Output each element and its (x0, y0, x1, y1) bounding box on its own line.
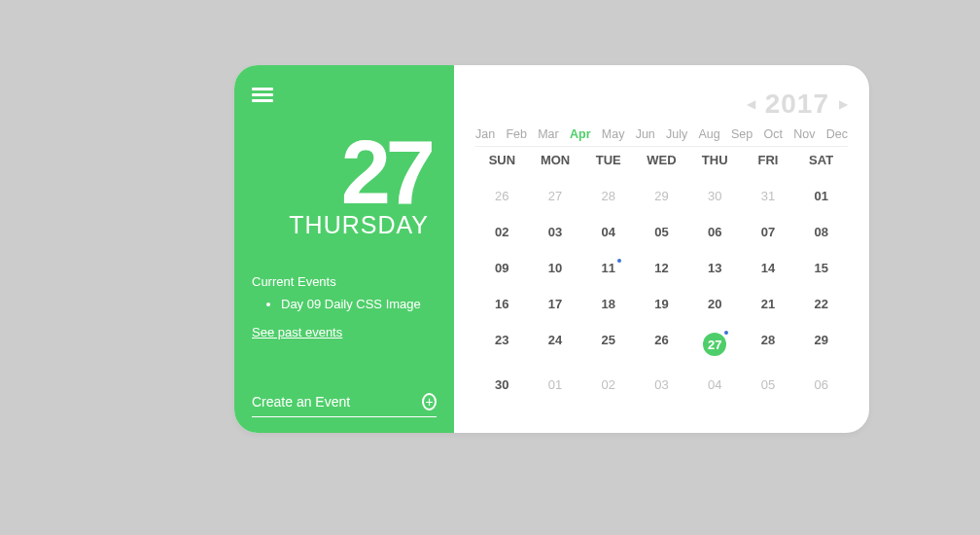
month-tab-aug[interactable]: Aug (699, 127, 720, 141)
day-cell[interactable]: 14 (742, 257, 795, 279)
months-tabs: JanFebMarAprMayJunJulyAugSepOctNovDec (475, 127, 848, 147)
day-cell[interactable]: 29 (794, 329, 848, 360)
month-tab-apr[interactable]: Apr (570, 127, 591, 141)
day-cell[interactable]: 04 (581, 221, 635, 243)
day-of-week-header: SAT (794, 153, 848, 167)
day-of-week-header: TUE (581, 153, 635, 167)
month-tab-sep[interactable]: Sep (731, 127, 752, 141)
see-past-events-link[interactable]: See past events (252, 325, 437, 339)
day-cell[interactable]: 29 (635, 185, 688, 207)
side-panel: 27 THURSDAY Current Events Day 09 Daily … (234, 65, 454, 433)
day-cell[interactable]: 13 (688, 257, 742, 279)
day-cell[interactable]: 15 (794, 257, 848, 279)
day-of-week-header: THU (688, 153, 742, 167)
day-cell[interactable]: 26 (475, 185, 529, 207)
day-cell[interactable]: 01 (794, 185, 848, 207)
event-indicator-icon (617, 259, 621, 263)
day-cell[interactable]: 24 (529, 329, 582, 360)
day-cell[interactable]: 02 (581, 374, 635, 396)
year-navigation: ◀ 2017 ▶ (475, 89, 848, 120)
month-tab-feb[interactable]: Feb (506, 127, 527, 141)
day-cell[interactable]: 22 (794, 293, 848, 315)
day-of-week-header: MON (529, 153, 582, 167)
day-cell[interactable]: 03 (529, 221, 582, 243)
month-tab-jun[interactable]: Jun (636, 127, 655, 141)
day-cell[interactable]: 06 (794, 374, 848, 396)
event-indicator-icon (724, 331, 728, 335)
add-event-icon[interactable]: + (422, 393, 437, 410)
day-cell[interactable]: 21 (742, 293, 795, 315)
day-cell[interactable]: 05 (742, 374, 795, 396)
selected-day-number: 27 (252, 132, 437, 213)
current-events-heading: Current Events (252, 274, 437, 289)
month-tab-oct[interactable]: Oct (764, 127, 783, 141)
month-tab-nov[interactable]: Nov (793, 127, 815, 141)
create-event-input[interactable] (252, 394, 422, 410)
day-cell[interactable]: 04 (688, 374, 742, 396)
day-cell[interactable]: 30 (688, 185, 742, 207)
day-cell[interactable]: 20 (688, 293, 742, 315)
month-tab-mar[interactable]: Mar (538, 127, 559, 141)
day-cell[interactable]: 23 (475, 329, 529, 360)
next-year-icon[interactable]: ▶ (839, 97, 848, 111)
day-cell[interactable]: 27 (688, 329, 742, 360)
day-cell[interactable]: 08 (794, 221, 848, 243)
calendar-grid: SUNMONTUEWEDTHUFRISAT2627282930310102030… (475, 153, 848, 396)
day-cell[interactable]: 10 (529, 257, 582, 279)
prev-year-icon[interactable]: ◀ (747, 97, 755, 111)
month-tab-may[interactable]: May (602, 127, 625, 141)
day-cell[interactable]: 06 (688, 221, 742, 243)
hamburger-menu-icon[interactable] (252, 85, 273, 105)
year-label: 2017 (765, 89, 829, 120)
day-cell[interactable]: 31 (742, 185, 795, 207)
day-cell[interactable]: 07 (742, 221, 795, 243)
day-cell[interactable]: 25 (581, 329, 635, 360)
day-cell[interactable]: 26 (635, 329, 688, 360)
day-cell[interactable]: 16 (475, 293, 529, 315)
day-cell[interactable]: 27 (529, 185, 582, 207)
events-list: Day 09 Daily CSS Image (252, 297, 437, 311)
day-of-week-header: WED (635, 153, 688, 167)
month-tab-july[interactable]: July (666, 127, 687, 141)
day-cell[interactable]: 11 (581, 257, 635, 279)
day-cell[interactable]: 28 (742, 329, 795, 360)
day-cell[interactable]: 28 (581, 185, 635, 207)
day-cell[interactable]: 03 (635, 374, 688, 396)
day-cell[interactable]: 17 (529, 293, 582, 315)
day-of-week-header: FRI (742, 153, 795, 167)
day-cell[interactable]: 02 (475, 221, 529, 243)
day-cell[interactable]: 18 (581, 293, 635, 315)
selected-day-name: THURSDAY (252, 211, 437, 239)
calendar-card: 27 THURSDAY Current Events Day 09 Daily … (234, 65, 869, 433)
day-cell[interactable]: 30 (475, 374, 529, 396)
day-cell[interactable]: 12 (635, 257, 688, 279)
day-cell[interactable]: 09 (475, 257, 529, 279)
day-cell[interactable]: 19 (635, 293, 688, 315)
calendar-panel: ◀ 2017 ▶ JanFebMarAprMayJunJulyAugSepOct… (454, 65, 869, 433)
month-tab-dec[interactable]: Dec (826, 127, 848, 141)
month-tab-jan[interactable]: Jan (475, 127, 495, 141)
day-of-week-header: SUN (475, 153, 529, 167)
day-cell[interactable]: 01 (529, 374, 582, 396)
list-item[interactable]: Day 09 Daily CSS Image (281, 297, 437, 311)
day-cell[interactable]: 05 (635, 221, 688, 243)
create-event-row: + (252, 383, 437, 417)
